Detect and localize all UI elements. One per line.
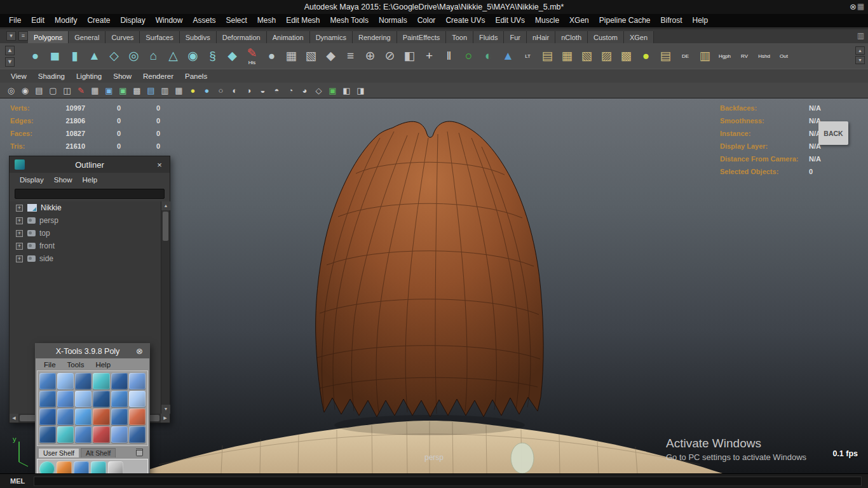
menu-item[interactable]: Help xyxy=(688,14,714,27)
occlusion-toggle-icon[interactable]: ◔ xyxy=(285,85,297,97)
menu-item[interactable]: Bifrost xyxy=(656,14,688,27)
shelf-collapse-up-icon[interactable]: ▲ xyxy=(5,46,15,55)
shelf-collapse-down-icon[interactable]: ▼ xyxy=(5,57,15,67)
grid-toggle-icon[interactable]: ▦ xyxy=(89,85,101,97)
outliner-menu-item[interactable]: Show xyxy=(49,176,78,184)
shelf-tab[interactable]: Toon xyxy=(446,31,473,43)
resolution-gate-icon[interactable]: ▣ xyxy=(117,85,129,97)
construction-history-icon[interactable]: ✎ His xyxy=(242,44,262,67)
shelf-tab[interactable]: General xyxy=(69,31,105,43)
image-plane-icon[interactable]: ▢ xyxy=(47,85,59,97)
grease-pencil-icon[interactable]: ✎ xyxy=(75,85,87,97)
xtools-tool-icon[interactable] xyxy=(39,426,56,443)
isolate-select-icon[interactable]: ▣ xyxy=(327,85,339,97)
panel-menu-item[interactable]: Lighting xyxy=(71,72,107,80)
panel-menu-item[interactable]: Panels xyxy=(179,72,213,80)
shelf-tab[interactable]: Deformation xyxy=(217,31,267,43)
outliner-menu-item[interactable]: Display xyxy=(15,176,49,184)
xtools-tool-icon[interactable] xyxy=(75,373,92,390)
shelf-tab[interactable]: XGen xyxy=(624,31,654,43)
xtools-menu-item[interactable]: File xyxy=(38,361,62,369)
uv-layout-icon[interactable]: ▧ xyxy=(577,44,597,67)
field-chart-icon[interactable]: ▤ xyxy=(145,85,157,97)
xtools-shelf-tab[interactable]: Alt Shelf xyxy=(81,448,116,458)
xtools-shelf-tab[interactable]: User Shelf xyxy=(38,448,79,458)
view-pane-icon[interactable]: ◫ xyxy=(61,85,73,97)
outliner-item[interactable]: top xyxy=(10,227,161,240)
menu-item[interactable]: Muscle xyxy=(530,14,564,27)
bevel-icon[interactable]: ◆ xyxy=(321,44,341,67)
shelf-scroll-down-icon[interactable]: ▼ xyxy=(855,56,865,64)
menu-item[interactable]: Color xyxy=(412,14,441,27)
window-titlebar[interactable]: Autodesk Maya 2015: E:\GoogleDrive\Maya\… xyxy=(0,0,868,14)
scroll-right-icon[interactable]: ▶ xyxy=(161,414,170,423)
outliner-item[interactable]: front xyxy=(10,240,161,252)
xtools-close-icon[interactable]: ⊗ xyxy=(135,346,144,356)
outliner-item[interactable]: Nikkie xyxy=(10,201,161,214)
render-view-button[interactable]: RV xyxy=(735,44,754,67)
xtools-tool-icon[interactable] xyxy=(129,391,146,407)
menu-item[interactable]: Pipeline Cache xyxy=(594,14,656,27)
symmetry-toggle-icon[interactable]: ○ xyxy=(459,44,478,67)
xtools-menu-item[interactable]: Tools xyxy=(62,361,90,369)
gate-mask-icon[interactable]: ▩ xyxy=(131,85,143,97)
xtools-tool-icon[interactable] xyxy=(93,409,109,425)
smooth-mesh-icon[interactable]: ● xyxy=(262,44,281,67)
shelf-menu-icon[interactable]: ▾ xyxy=(6,31,16,41)
use-all-lights-icon[interactable]: ◒ xyxy=(257,85,269,97)
mel-label[interactable]: MEL xyxy=(6,476,29,486)
boolean-icon[interactable]: ⊘ xyxy=(380,44,400,67)
menu-item[interactable]: XGen xyxy=(564,14,594,27)
shelf-tab[interactable]: PaintEffects xyxy=(397,31,447,43)
outliner-vertical-scrollbar[interactable]: ▲ ▼ xyxy=(161,201,170,414)
shelf-tab[interactable]: Custom xyxy=(588,31,624,43)
camera-lock-icon[interactable]: ◉ xyxy=(19,85,31,97)
safe-action-icon[interactable]: ▥ xyxy=(159,85,171,97)
menu-item[interactable]: Window xyxy=(151,14,188,27)
live-surface-button[interactable]: LT xyxy=(518,44,538,67)
xtools-tool-icon[interactable] xyxy=(129,409,146,425)
expand-icon[interactable] xyxy=(16,255,23,262)
shelf-tab[interactable]: Dynamics xyxy=(310,31,353,43)
xtools-tool-icon[interactable] xyxy=(111,409,128,425)
shelf-tab[interactable]: Subdivs xyxy=(180,31,217,43)
menu-item[interactable]: Display xyxy=(115,14,150,27)
uv-cut-icon[interactable]: ▨ xyxy=(597,44,616,67)
uv-editor-icon[interactable]: ▦ xyxy=(557,44,577,67)
xtools-tool-icon[interactable] xyxy=(111,373,128,390)
de-toggle-button[interactable]: DE xyxy=(675,44,695,67)
outliner-titlebar[interactable]: Outliner × xyxy=(10,156,170,173)
xtools-tool-icon[interactable] xyxy=(129,373,146,390)
mirror-geometry-icon[interactable]: ◧ xyxy=(400,44,419,67)
xtools-tool-icon[interactable] xyxy=(75,426,92,443)
poly-pipe-icon[interactable]: ◉ xyxy=(183,44,203,67)
outliner-search-input[interactable] xyxy=(15,189,165,199)
shelf-tab[interactable]: nCloth xyxy=(555,31,588,43)
poly-plane-icon[interactable]: ◇ xyxy=(104,44,124,67)
motion-blur-toggle-icon[interactable]: ◕ xyxy=(299,85,311,97)
uv-sew-icon[interactable]: ▩ xyxy=(616,44,636,67)
poly-prism-icon[interactable]: ⌂ xyxy=(144,44,163,67)
add-divisions-icon[interactable]: ▦ xyxy=(281,44,301,67)
poly-cone-icon[interactable]: ▲ xyxy=(85,44,104,67)
scroll-down-icon[interactable]: ▼ xyxy=(161,405,170,414)
poly-platonic-icon[interactable]: ◆ xyxy=(222,44,242,67)
uv-align-icon[interactable]: ▤ xyxy=(656,44,675,67)
uv-snapshot-icon[interactable]: ▤ xyxy=(538,44,557,67)
panel-menu-item[interactable]: Show xyxy=(107,72,137,80)
xtools-tool-icon[interactable] xyxy=(129,426,146,443)
xgen-description-icon[interactable]: ● xyxy=(636,44,656,67)
multi-cut-icon[interactable]: + xyxy=(419,44,439,67)
outliner-close-icon[interactable]: × xyxy=(154,160,165,170)
menu-item[interactable]: Select xyxy=(220,14,252,27)
shaded-mode-icon[interactable]: ◐ xyxy=(229,85,241,97)
poly-torus-icon[interactable]: ◎ xyxy=(124,44,144,67)
xtools-menu-item[interactable]: Help xyxy=(90,361,116,369)
menubar-right-icon[interactable]: ▦ xyxy=(857,2,864,11)
poly-sphere-icon[interactable]: ● xyxy=(25,44,45,67)
shelf-tab[interactable]: Curves xyxy=(105,31,140,43)
expand-icon[interactable] xyxy=(16,205,23,212)
xtools-tool-icon[interactable] xyxy=(39,373,56,390)
hypergraph-button[interactable]: Hgph xyxy=(715,44,735,67)
menu-item[interactable]: File xyxy=(4,14,26,27)
